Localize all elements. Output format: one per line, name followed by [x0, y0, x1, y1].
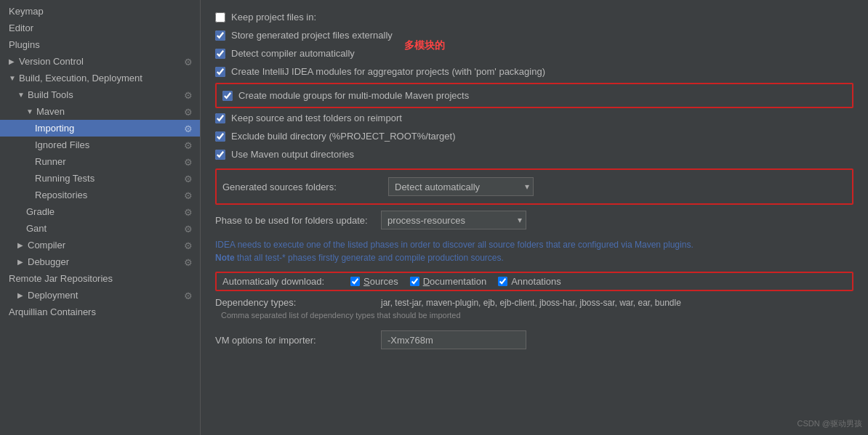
- checkbox-keep-project-files: Keep project files in:: [215, 9, 853, 25]
- use-maven-output-checkbox[interactable]: [215, 150, 225, 160]
- generated-sources-label: Generated sources folders:: [222, 182, 382, 192]
- sidebar-item-label: Running Tests: [35, 173, 95, 184]
- generated-sources-row: Generated sources folders: Detect automa…: [222, 173, 846, 200]
- sidebar-item-deployment[interactable]: ▶ Deployment ⚙: [0, 287, 200, 304]
- gear-icon: ⚙: [184, 240, 194, 251]
- sidebar-item-label: Keymap: [9, 6, 44, 17]
- checkbox-create-intellij-modules: Create IntelliJ IDEA modules for aggrega…: [215, 63, 853, 80]
- sidebar-item-label: Gradle: [26, 206, 55, 217]
- dependency-types-label: Dependency types:: [215, 297, 375, 308]
- sidebar-item-maven[interactable]: ▼ Maven ⚙: [0, 103, 200, 120]
- gear-icon: ⚙: [184, 207, 194, 217]
- store-generated-label[interactable]: Store generated project files externally: [231, 30, 393, 41]
- auto-download-row: Automatically download: Sources Document…: [222, 276, 846, 287]
- sidebar-item-editor[interactable]: Editor: [0, 20, 200, 36]
- vm-options-input[interactable]: [381, 330, 526, 349]
- sources-checkbox[interactable]: [350, 277, 360, 286]
- store-generated-checkbox[interactable]: [215, 31, 225, 41]
- vm-options-label: VM options for importer:: [215, 335, 375, 346]
- vm-options-row: VM options for importer:: [215, 326, 853, 354]
- sidebar-item-runner[interactable]: Runner ⚙: [0, 153, 200, 170]
- arrow-icon: ▶: [17, 291, 25, 299]
- create-module-groups-box: Create module groups for multi-module Ma…: [215, 83, 853, 108]
- sidebar-item-label: Arquillian Containers: [9, 306, 96, 317]
- sidebar-item-debugger[interactable]: ▶ Debugger ⚙: [0, 253, 200, 270]
- sidebar-item-label: Deployment: [28, 290, 78, 301]
- sidebar-item-label: Repositories: [35, 190, 87, 200]
- sidebar-item-running-tests[interactable]: Running Tests ⚙: [0, 170, 200, 187]
- sidebar-item-label: Plugins: [9, 39, 40, 50]
- arrow-icon: ▼: [26, 107, 33, 115]
- phase-update-label: Phase to be used for folders update:: [215, 215, 375, 226]
- annotations-checkbox[interactable]: [498, 277, 507, 286]
- keep-source-folders-label[interactable]: Keep source and test folders on reimport: [231, 113, 402, 123]
- checkbox-create-module-groups: Create module groups for multi-module Ma…: [222, 87, 846, 104]
- sidebar-item-gant[interactable]: Gant ⚙: [0, 220, 200, 237]
- detect-compiler-checkbox[interactable]: [215, 49, 225, 59]
- create-intellij-modules-checkbox[interactable]: [215, 67, 225, 77]
- sidebar-item-label: Compiler: [28, 240, 65, 251]
- sources-label[interactable]: Sources: [363, 276, 398, 287]
- sidebar-item-ignored-files[interactable]: Ignored Files ⚙: [0, 137, 200, 153]
- keep-source-folders-checkbox[interactable]: [215, 113, 225, 123]
- info-line1: IDEA needs to execute one of the listed …: [215, 240, 694, 250]
- sidebar-item-label: Build Tools: [28, 89, 73, 100]
- gear-icon: ⚙: [184, 140, 194, 150]
- dependency-types-value: jar, test-jar, maven-plugin, ejb, ejb-cl…: [381, 298, 681, 308]
- phase-update-row: Phase to be used for folders update: pro…: [215, 206, 853, 234]
- sidebar-item-repositories[interactable]: Repositories ⚙: [0, 187, 200, 203]
- create-module-groups-checkbox[interactable]: [222, 91, 233, 101]
- gear-icon: ⚙: [184, 224, 194, 234]
- sidebar-item-build-execution[interactable]: ▼ Build, Execution, Deployment: [0, 70, 200, 86]
- gear-icon: ⚙: [184, 107, 194, 117]
- keep-project-files-checkbox[interactable]: [215, 12, 225, 23]
- phase-update-select[interactable]: process-resources generate-sources gener…: [381, 211, 526, 229]
- sidebar-item-importing[interactable]: Importing ⚙: [0, 120, 200, 137]
- create-module-groups-label[interactable]: Create module groups for multi-module Ma…: [238, 90, 469, 101]
- sidebar-item-label: Editor: [9, 23, 33, 33]
- gear-icon: ⚙: [184, 90, 194, 100]
- gear-icon: ⚙: [184, 174, 194, 184]
- sources-group: Sources: [350, 276, 398, 287]
- sidebar-item-gradle[interactable]: Gradle ⚙: [0, 203, 200, 220]
- auto-download-box: Automatically download: Sources Document…: [215, 272, 853, 291]
- checkbox-keep-source-folders: Keep source and test folders on reimport: [215, 110, 853, 126]
- gear-icon: ⚙: [184, 257, 194, 267]
- checkbox-use-maven-output: Use Maven output directories: [215, 146, 853, 163]
- sidebar-item-build-tools[interactable]: ▼ Build Tools ⚙: [0, 86, 200, 103]
- checkbox-detect-compiler: Detect compiler automatically 多模块的: [215, 45, 853, 62]
- arrow-icon: ▼: [17, 91, 25, 99]
- dependency-types-hint-text: Comma separated list of dependency types…: [221, 309, 461, 321]
- sidebar-item-version-control[interactable]: ▶ Version Control ⚙: [0, 53, 200, 70]
- arrow-icon: ▼: [9, 74, 16, 82]
- sidebar-item-compiler[interactable]: ▶ Compiler ⚙: [0, 237, 200, 253]
- generated-sources-select[interactable]: Detect automatically Don't create Genera…: [388, 177, 534, 196]
- note-label: Note: [215, 253, 235, 263]
- main-panel: Keep project files in: Store generated p…: [201, 0, 868, 435]
- documentation-checkbox[interactable]: [410, 277, 419, 286]
- create-intellij-modules-label[interactable]: Create IntelliJ IDEA modules for aggrega…: [231, 66, 545, 77]
- sidebar-item-label: Runner: [35, 156, 66, 167]
- keep-project-files-label[interactable]: Keep project files in:: [231, 12, 316, 23]
- documentation-group: Documentation: [410, 276, 486, 287]
- sidebar-item-label: Build, Execution, Deployment: [19, 73, 142, 84]
- sidebar-item-arquillian[interactable]: Arquillian Containers: [0, 304, 200, 320]
- checkbox-store-generated: Store generated project files externally: [215, 27, 853, 44]
- sidebar-item-label: Maven: [36, 106, 65, 117]
- documentation-label[interactable]: Documentation: [423, 276, 486, 287]
- annotations-label[interactable]: Annotations: [511, 276, 561, 287]
- arrow-icon: ▶: [17, 258, 25, 266]
- use-maven-output-label[interactable]: Use Maven output directories: [231, 149, 354, 160]
- exclude-build-dir-label[interactable]: Exclude build directory (%PROJECT_ROOT%/…: [231, 131, 455, 142]
- sidebar-item-keymap[interactable]: Keymap: [0, 3, 200, 20]
- sidebar-item-remote-jar[interactable]: Remote Jar Repositories: [0, 270, 200, 287]
- annotations-group: Annotations: [498, 276, 561, 287]
- checkbox-exclude-build-dir: Exclude build directory (%PROJECT_ROOT%/…: [215, 128, 853, 145]
- sidebar-item-plugins[interactable]: Plugins: [0, 36, 200, 53]
- info-line2: that all test-* phases firstly generate …: [237, 253, 504, 263]
- exclude-build-dir-checkbox[interactable]: [215, 131, 225, 142]
- detect-compiler-label[interactable]: Detect compiler automatically: [231, 48, 355, 59]
- watermark: CSDN @驱动男孩: [797, 418, 862, 429]
- sidebar-item-label: Ignored Files: [35, 139, 89, 150]
- gear-icon: ⚙: [184, 290, 194, 301]
